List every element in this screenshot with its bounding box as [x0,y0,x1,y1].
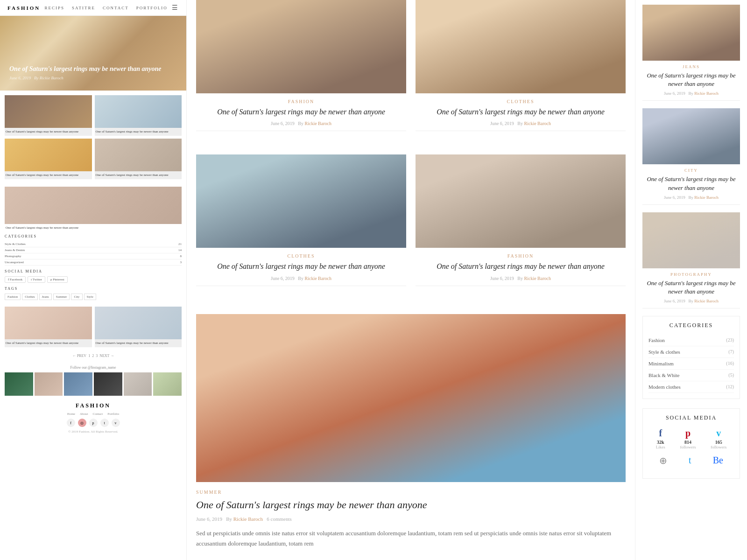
page-2[interactable]: 2 [92,354,94,358]
instagram-item[interactable] [64,372,92,396]
tag[interactable]: Summer [53,294,70,300]
footer-nav-about[interactable]: About [80,412,88,416]
footer-vimeo-icon[interactable]: v [112,419,120,427]
rs-image[interactable] [642,108,740,164]
footer-facebook-icon[interactable]: f [67,419,75,427]
footer-logo: FASHION [5,402,182,409]
featured-meta: June 6, 2019 By Rickie Baroch 6 comments [196,516,626,522]
instagram-item[interactable] [5,372,33,396]
list-item[interactable]: One of Saturn's largest rings may be new… [5,307,92,347]
next-page[interactable]: NEXT → [99,354,114,358]
list-item[interactable]: One of Saturn's largest rings may be new… [95,139,182,179]
card-category[interactable]: FASHION [416,253,626,259]
nav-link-2[interactable]: Satitre [72,6,95,10]
tag[interactable]: City [71,294,82,300]
left-nav-links: Recips Satitre Contact Portfolio [45,6,168,10]
prev-page[interactable]: ← PREV [72,354,86,358]
featured-image[interactable] [196,314,626,482]
rs-meta: June 6, 2019 By Rickie Baroch [642,195,740,200]
right-sidebar: JEANS One of Saturn's largest rings may … [635,0,747,560]
page-1[interactable]: 1 [88,354,90,358]
cat-item[interactable]: Style & clothes (7) [648,346,734,358]
cat-item[interactable]: Minimalism (16) [648,358,734,370]
footer-nav-contact[interactable]: Contact [92,412,103,416]
featured-category[interactable]: SUMMER [196,490,626,495]
cat-item[interactable]: Fashion (23) [648,335,734,346]
behance-icon: Be [713,455,723,466]
hero-title: One of Saturn's largest rings may be new… [9,64,162,74]
cat-item[interactable]: Black & White (5) [648,370,734,381]
footer-instagram-icon[interactable]: ◎ [78,419,86,427]
card-image[interactable] [196,154,406,248]
wide-card[interactable]: One of Saturn's largest rings may be new… [0,187,186,231]
article-card: CLOTHES One of Saturn's largest rings ma… [196,154,406,290]
card-image[interactable] [416,0,626,93]
rs-category[interactable]: JEANS [642,64,740,69]
article-card: CLOTHES One of Saturn's largest rings ma… [416,0,626,136]
vimeo-icon: v [711,428,726,439]
social-facebook-btn[interactable]: f Facebook [5,276,26,283]
nav-link-3[interactable]: Contact [103,6,129,10]
list-item[interactable]: One of Saturn's largest rings may be new… [5,95,92,136]
social-facebook[interactable]: f 32k Likes [656,428,665,449]
social-twitter-btn[interactable]: t Twitter [28,276,45,283]
nav-link-1[interactable]: Recips [45,6,65,10]
social-twitter[interactable]: t [689,455,691,467]
rs-meta: June 6, 2019 By Rickie Baroch [642,91,740,96]
page-3[interactable]: 3 [96,354,98,358]
instagram-item[interactable] [124,372,152,396]
featured-article: SUMMER One of Saturn's largest rings may… [196,314,626,549]
instagram-item[interactable] [94,372,122,396]
article-card: FASHION One of Saturn's largest rings ma… [416,154,626,290]
card-meta: June 6, 2019 By Rickie Baroch [416,276,626,281]
instagram-title: Follow our @Instagram_name [5,365,182,370]
social-widget: f Facebook t Twitter p Pinterest [5,276,182,283]
card-category[interactable]: CLOTHES [416,99,626,104]
instagram-item[interactable] [35,372,63,396]
card-meta: June 6, 2019 By Rickie Baroch [196,276,406,281]
social-vimeo[interactable]: v 165 followers [711,428,726,449]
card-category[interactable]: FASHION [196,99,406,104]
social-pinterest[interactable]: p 814 followers [680,428,696,449]
tag[interactable]: Fashion [5,294,21,300]
hamburger-icon[interactable]: ☰ [172,4,179,12]
tag[interactable]: Clothes [22,294,37,300]
card-image[interactable] [196,0,406,93]
card-meta: June 6, 2019 By Rickie Baroch [416,121,626,126]
list-item[interactable]: One of Saturn's largest rings may be new… [5,139,92,179]
instagram-item[interactable] [153,372,182,396]
cat-item[interactable]: Style & Clothes 21 [5,241,182,247]
social-row-1: f 32k Likes p 814 followers v 165 follow… [648,428,734,449]
social-behance[interactable]: Be [713,455,723,467]
cat-item[interactable]: Photography 8 [5,253,182,259]
social-globe[interactable]: ⊕ [659,455,667,467]
globe-icon: ⊕ [659,455,667,466]
footer-nav-home[interactable]: Home [67,412,75,416]
footer-pinterest-icon[interactable]: p [89,419,98,427]
categories-widget: Style & Clothes 21 Jeans & Denim 14 Phot… [5,241,182,266]
card-meta: June 6, 2019 By Rickie Baroch [196,121,406,126]
tag[interactable]: Jeans [39,294,52,300]
cat-item[interactable]: Jeans & Denim 14 [5,247,182,253]
cat-item[interactable]: Modern clothes (12) [648,381,734,393]
card-category[interactable]: CLOTHES [196,253,406,259]
footer-nav: Home About Contact Portfolio [5,412,182,416]
rs-image[interactable] [642,212,740,268]
nav-link-4[interactable]: Portfolio [136,6,168,10]
tag[interactable]: Style [84,294,96,300]
article-grid-mid: CLOTHES One of Saturn's largest rings ma… [196,154,626,300]
list-item[interactable]: One of Saturn's largest rings may be new… [95,95,182,136]
footer-copyright: © 2019 Fashion. All Rights Reserved. [5,430,182,434]
facebook-icon: f [656,428,665,439]
main-content: FASHION One of Saturn's largest rings ma… [187,0,635,560]
card-image[interactable] [416,154,626,248]
rs-image[interactable] [642,5,740,61]
list-item[interactable]: One of Saturn's largest rings may be new… [95,307,182,347]
rs-category[interactable]: PHOTOGRAPHY [642,272,740,277]
cat-item[interactable]: Uncategorized 3 [5,259,182,266]
social-pinterest-btn[interactable]: p Pinterest [47,276,68,283]
pinterest-label: followers [680,445,696,449]
footer-nav-portfolio[interactable]: Portfolio [107,412,119,416]
rs-category[interactable]: CITY [642,168,740,173]
footer-twitter-icon[interactable]: t [100,419,109,427]
